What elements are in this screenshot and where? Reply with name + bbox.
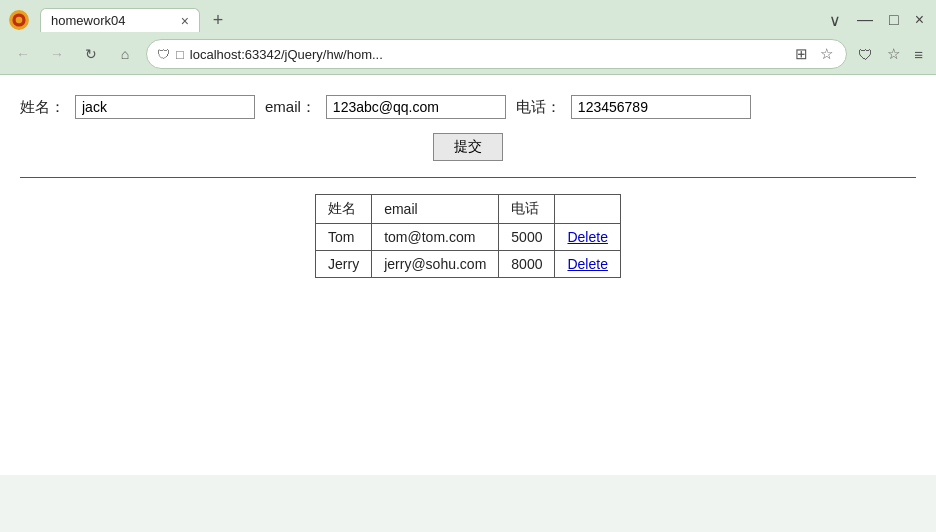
address-input-wrap[interactable]: 🛡 □ localhost:63342/jQuery/hw/hom... ⊞ ☆ bbox=[146, 39, 847, 69]
table-wrap: 姓名 email 电话 Tomtom@tom.com5000DeleteJerr… bbox=[20, 194, 916, 278]
browser-chrome: homework04 × + ∨ — □ × ← → ↻ ⌂ 🛡 □ local… bbox=[0, 0, 936, 75]
address-bar: ← → ↻ ⌂ 🛡 □ localhost:63342/jQuery/hw/ho… bbox=[0, 34, 936, 74]
col-header-email: email bbox=[372, 195, 499, 224]
tab-title: homework04 bbox=[51, 13, 173, 28]
cell-action: Delete bbox=[555, 251, 620, 278]
minimize-button[interactable]: — bbox=[853, 9, 877, 31]
chevron-down-icon[interactable]: ∨ bbox=[825, 9, 845, 32]
cell-name: Tom bbox=[316, 224, 372, 251]
tab-bar-right: ∨ — □ × bbox=[825, 9, 928, 32]
cell-email: jerry@sohu.com bbox=[372, 251, 499, 278]
maximize-button[interactable]: □ bbox=[885, 9, 903, 31]
cell-name: Jerry bbox=[316, 251, 372, 278]
name-input[interactable] bbox=[75, 95, 255, 119]
col-header-phone: 电话 bbox=[499, 195, 555, 224]
delete-button[interactable]: Delete bbox=[567, 256, 607, 272]
data-table: 姓名 email 电话 Tomtom@tom.com5000DeleteJerr… bbox=[315, 194, 621, 278]
page-icon: □ bbox=[176, 47, 184, 62]
cell-action: Delete bbox=[555, 224, 620, 251]
svg-point-2 bbox=[16, 17, 23, 24]
bookmark-star-icon[interactable]: ☆ bbox=[817, 43, 836, 65]
submit-button[interactable]: 提交 bbox=[433, 133, 503, 161]
more-tools-button[interactable]: ☆ bbox=[884, 43, 903, 65]
security-shield-icon: 🛡 bbox=[157, 47, 170, 62]
col-header-action bbox=[555, 195, 620, 224]
cell-phone: 8000 bbox=[499, 251, 555, 278]
email-input[interactable] bbox=[326, 95, 506, 119]
firefox-logo-icon bbox=[8, 9, 30, 31]
qr-code-icon[interactable]: ⊞ bbox=[792, 43, 811, 65]
cell-email: tom@tom.com bbox=[372, 224, 499, 251]
table-header-row: 姓名 email 电话 bbox=[316, 195, 621, 224]
cell-phone: 5000 bbox=[499, 224, 555, 251]
delete-button[interactable]: Delete bbox=[567, 229, 607, 245]
name-label: 姓名： bbox=[20, 98, 65, 117]
email-label: email： bbox=[265, 98, 316, 117]
shield2-icon[interactable]: 🛡 bbox=[855, 44, 876, 65]
page-content: 姓名： email： 电话： 提交 姓名 email 电话 Tomtom@tom… bbox=[0, 75, 936, 475]
form-row: 姓名： email： 电话： bbox=[20, 95, 916, 119]
submit-row: 提交 bbox=[20, 133, 916, 161]
close-window-button[interactable]: × bbox=[911, 9, 928, 31]
col-header-name: 姓名 bbox=[316, 195, 372, 224]
address-text: localhost:63342/jQuery/hw/hom... bbox=[190, 47, 786, 62]
divider bbox=[20, 177, 916, 178]
new-tab-button[interactable]: + bbox=[204, 6, 232, 34]
active-tab[interactable]: homework04 × bbox=[40, 8, 200, 32]
browser-menu-button[interactable]: ≡ bbox=[911, 44, 926, 65]
refresh-button[interactable]: ↻ bbox=[78, 41, 104, 67]
forward-button[interactable]: → bbox=[44, 41, 70, 67]
table-row: Jerryjerry@sohu.com8000Delete bbox=[316, 251, 621, 278]
tab-close-button[interactable]: × bbox=[181, 14, 189, 28]
table-row: Tomtom@tom.com5000Delete bbox=[316, 224, 621, 251]
phone-input[interactable] bbox=[571, 95, 751, 119]
phone-label: 电话： bbox=[516, 98, 561, 117]
home-button[interactable]: ⌂ bbox=[112, 41, 138, 67]
tab-bar: homework04 × + ∨ — □ × bbox=[0, 0, 936, 34]
back-button[interactable]: ← bbox=[10, 41, 36, 67]
